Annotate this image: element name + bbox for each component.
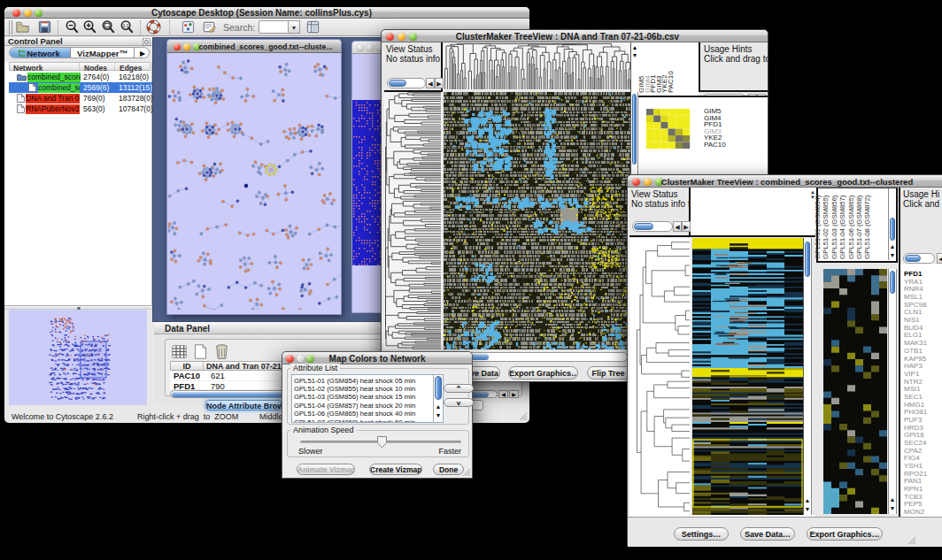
svg-text:1:1: 1:1 [122, 23, 128, 28]
